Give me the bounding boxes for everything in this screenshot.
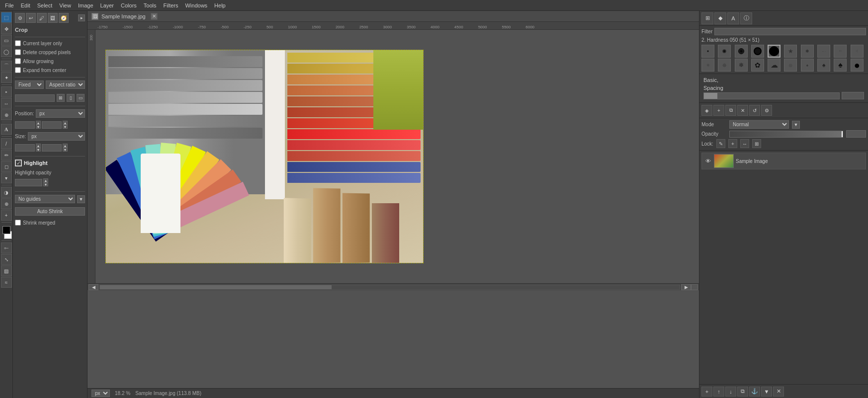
aspect-ratio-select[interactable]: Aspect ratio [46, 80, 85, 89]
bucket-tool[interactable]: ▾ [1, 172, 12, 183]
fixed-select[interactable]: Fixed [15, 80, 44, 89]
opacity-input[interactable]: 100.0 [846, 130, 866, 138]
auto-shrink-btn[interactable]: Auto Shrink [15, 207, 85, 216]
brush-9[interactable]: ∷ [834, 45, 847, 58]
ellipse-select-tool[interactable]: ◯ [1, 46, 12, 57]
device-status-tab[interactable]: 🖊 [37, 13, 47, 23]
blend-tool[interactable]: ▨ [1, 265, 12, 276]
color-picker-tool[interactable]: ⁍ [1, 86, 12, 97]
duplicate-icon[interactable]: ⧉ [725, 105, 736, 116]
brush-7[interactable]: ✱ [801, 45, 814, 58]
menu-view[interactable]: View [56, 1, 74, 9]
delete-icon[interactable]: ✕ [737, 105, 748, 116]
brush-1[interactable] [701, 45, 714, 58]
brush-19[interactable]: ♠ [834, 59, 847, 72]
lock-plus-btn[interactable]: + [728, 139, 737, 148]
brush-8[interactable]: ·· · [817, 45, 830, 58]
pos-x-stepper[interactable]: ▲ ▼ [36, 121, 41, 129]
highlight-opacity-stepper[interactable]: ▲ ▼ [43, 178, 48, 186]
pos-x-input[interactable]: -594 [15, 121, 35, 129]
options-menu-btn[interactable]: ▸ [78, 14, 85, 21]
undo-history-tab[interactable]: ↩ [26, 13, 36, 23]
unit-select[interactable]: px [91, 390, 110, 397]
scrollbar-track[interactable] [99, 285, 680, 290]
brush-6[interactable]: ★ [784, 45, 797, 58]
text-tool[interactable]: A [1, 124, 12, 135]
measure-tool[interactable]: ↔ [1, 98, 12, 109]
position-unit-select[interactable]: px [36, 109, 85, 118]
refresh-icon[interactable]: ↺ [749, 105, 760, 116]
smudge-tool[interactable]: ≈ [1, 277, 12, 288]
zoom-tool[interactable]: ⊕ [1, 109, 12, 120]
settings-icon[interactable]: ⚙ [761, 105, 772, 116]
menu-filters[interactable]: Filters [161, 1, 181, 9]
brush-3[interactable] [735, 45, 748, 58]
shrink-merged-checkbox[interactable] [15, 220, 21, 226]
size-w-input[interactable]: 0 [15, 144, 35, 152]
paintbrush-tool[interactable]: ✏ [1, 150, 12, 160]
allow-growing-checkbox[interactable] [15, 58, 21, 64]
menu-image[interactable]: Image [75, 1, 96, 9]
menu-file[interactable]: File [2, 1, 17, 9]
eraser-tool[interactable]: ◻ [1, 161, 12, 172]
create-new-icon[interactable]: + [713, 105, 724, 116]
navigation-tab[interactable]: 🧭 [59, 13, 69, 23]
lock-pencil-btn[interactable]: ✎ [716, 139, 725, 148]
menu-layer[interactable]: Layer [97, 1, 117, 9]
size-reset-btn[interactable]: ⊠ [57, 94, 65, 102]
anchor-layer-btn[interactable]: ⚓ [749, 387, 760, 397]
rect-select-tool[interactable]: ▭ [1, 35, 12, 46]
delete-cropped-checkbox[interactable] [15, 49, 21, 55]
lock-all-btn[interactable]: ⊞ [752, 139, 761, 148]
fuzzy-select-tool[interactable]: ✦ [1, 72, 12, 83]
right-icon-info[interactable]: ⓘ [740, 12, 752, 24]
size-landscape-btn[interactable]: ▭ [77, 94, 85, 102]
raise-layer-btn[interactable]: ↑ [713, 387, 724, 397]
size-h-stepper[interactable]: ▲ ▼ [63, 144, 68, 152]
duplicate-layer-btn[interactable]: ⧉ [737, 387, 748, 397]
brush-14[interactable]: ✿ [751, 59, 764, 72]
pos-y-stepper[interactable]: ▲ ▼ [63, 121, 68, 129]
images-tab[interactable]: 🖼 [48, 13, 58, 23]
brush-16[interactable]: ⊛ [784, 59, 797, 72]
scrollbar-thumb[interactable] [100, 285, 332, 289]
right-icon-diamond[interactable]: ◆ [714, 12, 726, 24]
merge-visible-btn[interactable]: ▼ [761, 387, 772, 397]
lock-move-btn[interactable]: ↔ [740, 139, 749, 148]
brush-10[interactable]: ⁖ [851, 45, 864, 58]
horizontal-scrollbar[interactable]: ◀ ▶ [87, 283, 699, 290]
menu-help[interactable]: Help [211, 1, 229, 9]
brush-2[interactable] [718, 45, 731, 58]
brushes-filter-input[interactable] [714, 28, 866, 35]
brush-12[interactable]: ❊ [718, 59, 731, 72]
size-unit-select[interactable]: px [28, 132, 85, 141]
guides-select[interactable]: No guides [15, 195, 75, 203]
delete-layer-btn[interactable]: ✕ [773, 387, 784, 397]
menu-colors[interactable]: Colors [118, 1, 140, 9]
mode-select[interactable]: Normal [729, 120, 789, 129]
create-new-layer-btn[interactable]: + [701, 387, 712, 397]
mode-expand-btn[interactable]: ▼ [792, 121, 800, 129]
right-icon-text[interactable]: A [727, 12, 739, 24]
current-layer-only-checkbox[interactable] [15, 40, 21, 46]
brush-20[interactable]: ● [851, 59, 864, 72]
size-input[interactable]: 4288:2848 [15, 94, 55, 102]
dodge-burn-tool[interactable]: ◑ [1, 187, 12, 198]
layer-item-sample-image[interactable]: 👁 Sample Image [701, 153, 866, 169]
paint-dynamics-icon[interactable]: ◈ [701, 105, 712, 116]
heal-tool[interactable]: + [1, 210, 12, 221]
opacity-slider[interactable] [729, 131, 843, 138]
pencil-tool[interactable]: / [1, 138, 12, 149]
menu-edit[interactable]: Edit [18, 1, 33, 9]
brush-15[interactable]: ☁ [768, 59, 781, 72]
path-tool[interactable]: ⟜ [1, 242, 12, 253]
menu-tools[interactable]: Tools [141, 1, 160, 9]
crop-tool[interactable]: ⬚ [1, 12, 12, 23]
brush-13[interactable]: ❄ [735, 59, 748, 72]
layer-visibility-toggle[interactable]: 👁 [704, 157, 712, 165]
spacing-slider[interactable] [703, 92, 840, 99]
expand-from-center-checkbox[interactable] [15, 67, 21, 73]
spacing-value-input[interactable]: 10.0 [842, 92, 864, 99]
highlight-opacity-input[interactable]: 50.0 [15, 179, 42, 186]
brush-11[interactable]: ❋ [701, 59, 714, 72]
